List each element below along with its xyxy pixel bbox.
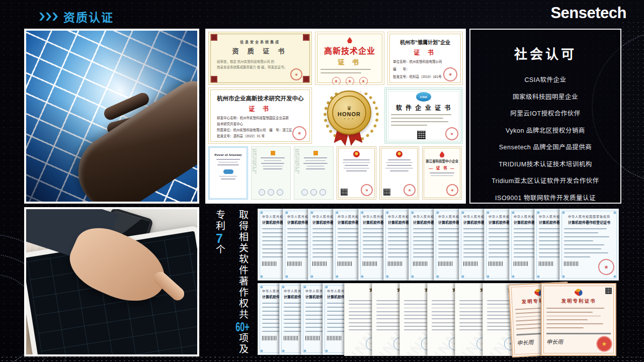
certificates-panel: 信息安全系统集成 资 质 证 书 经审查，核定 杭州实慧科技有限公司 的 信息安…: [205, 29, 466, 204]
triple-chevron-right-icon: [39, 13, 58, 21]
social-recognition-panel: 社会认可 CSIA软件企业国家级科技园明星企业阿里云IOT授权合作伙伴Vykon…: [469, 29, 621, 204]
certificate-title: 杭州市企业高新技术研究开发中心: [217, 94, 303, 102]
text-line: [388, 256, 410, 257]
social-recognition-item: CSIA软件企业: [470, 74, 620, 84]
slide-header: 资质认证: [39, 8, 114, 25]
patents-copyrights-caption: 取得相关软件著作权共60+项及 专利7个: [208, 210, 254, 357]
barcode: [327, 336, 341, 340]
qr-code: [383, 189, 390, 196]
cnipa-logo: [574, 288, 584, 298]
certificates-row-1: 信息安全系统集成 资 质 证 书 经审查，核定 杭州实慧科技有限公司 的 信息安…: [208, 32, 463, 85]
text-line: [320, 69, 371, 70]
text-line: [391, 125, 427, 126]
text-line: [546, 327, 584, 328]
registrar-mark: [313, 151, 318, 155]
software-copyright-certificate: 中华人民共和国国家版权局计算机软件著作权登记证书★: [559, 209, 619, 281]
text-line: [346, 170, 366, 171]
certificate-body-line: 信息安全系统集成服务能力 叁 级，特发此证书。: [217, 65, 303, 69]
text-line: [304, 157, 327, 158]
text-line: [430, 172, 454, 173]
certificate-subtitle: — 证 书 —: [426, 165, 458, 170]
certificates-row-3: Power of Attorney CERTIFICATE OF REGISTR…: [208, 146, 463, 200]
medal-circle: ♛ HONOR • • •: [327, 90, 371, 135]
text-line: [386, 162, 413, 163]
national-emblem-icon: ★: [353, 151, 360, 157]
barcode: [489, 261, 503, 266]
certificate-text-lines: [564, 228, 614, 257]
registration-certificate: CERTIFICATE OF REGISTRATION: [251, 146, 291, 200]
blue-seal: [223, 169, 233, 174]
patents-certificates-row: 中华人民共和国国家版权局计算机软件著作权登记证书中华人民共和国国家版权局计算机软…: [258, 283, 616, 356]
slide-background: 资质认证 Sensetech 信息安全系统集成 资 质 证 书 经审查，核定 杭…: [0, 0, 644, 362]
barcode: [262, 261, 276, 266]
text-line: [385, 168, 413, 169]
barcode: [564, 261, 578, 266]
certificate-body-line: 技术研究开发中心: [217, 121, 303, 126]
certificate-subtitle: 计算机软件著作权登记证书: [564, 220, 614, 225]
caption-segment: 专利: [214, 210, 225, 232]
text-line: [216, 159, 240, 160]
certificate-title: 浙江省科技型中小企业: [426, 158, 458, 163]
social-recognition-list: CSIA软件企业国家级科技园明星企业阿里云IOT授权合作伙伴Vykon 品牌北区…: [470, 74, 620, 219]
medal-label: HONOR: [338, 111, 361, 117]
emblem-certificate: ★ ★: [337, 146, 376, 200]
seal-row: ★ ★ ★: [320, 77, 379, 85]
certificate-title: Power of Attorney: [213, 153, 243, 157]
certificate-body-line: 单位名称：杭州实慧科技有限公司: [393, 59, 457, 64]
red-seal: ★: [446, 184, 458, 196]
text-line: [264, 160, 282, 161]
text-line: [391, 121, 448, 122]
text-line: [303, 163, 328, 164]
certificate-title: 资 质 证 书: [217, 46, 303, 55]
red-seal: ★: [346, 77, 354, 85]
barcode: [388, 261, 402, 266]
social-recognition-item: ISO9001 物联网软件开发质量认证: [470, 193, 620, 202]
social-recognition-item: 国家级科技园明星企业: [470, 92, 620, 101]
barcode: [413, 261, 427, 266]
company-logo: Sensetech: [550, 4, 626, 22]
text-line: [221, 178, 235, 179]
barcode: [539, 261, 553, 266]
page-title: 资质认证: [63, 8, 114, 25]
honor-medal: ♛ HONOR • • •: [315, 87, 381, 144]
text-line: [343, 159, 370, 160]
barcode: [284, 336, 298, 340]
certificate-title: 高新技术企业: [320, 44, 379, 56]
barcode: [262, 336, 276, 340]
text-line: [564, 232, 598, 233]
medal-dots: • • •: [344, 117, 354, 120]
text-line: [261, 163, 284, 164]
text-line: [387, 165, 412, 166]
text-line: [546, 323, 603, 324]
text-line: [516, 327, 544, 330]
qualification-certificate: 信息安全系统集成 资 质 证 书 经审查，核定 杭州实慧科技有限公司 的 信息安…: [208, 32, 312, 85]
red-seal: ★: [290, 68, 302, 80]
text-line: [388, 159, 410, 160]
copyright-count: 60+: [235, 320, 250, 333]
certificate-body-line: 研发中心名称：杭州市实慧科技智慧园区企业高新: [217, 115, 303, 120]
certificates-row-2: 杭州市企业高新技术研究开发中心 证 书 研发中心名称：杭州市实慧科技智慧园区企业…: [208, 87, 463, 144]
text-line: [514, 256, 535, 257]
certificate-body-line: 经审查，核定 杭州实慧科技有限公司 的: [217, 59, 303, 64]
text-line: [564, 240, 593, 241]
certificate-subtitle: 证 书: [217, 104, 303, 113]
social-recognition-item: 阿里云IOT授权合作伙伴: [470, 108, 620, 118]
red-seal: ★: [404, 184, 416, 196]
red-emblem-seal: ★: [596, 336, 612, 352]
digital-screens-photo: [24, 29, 199, 204]
barcode: [338, 261, 352, 266]
workspace-photo: [24, 207, 199, 356]
text-line: [320, 72, 361, 73]
text-line: [344, 168, 370, 169]
caption-segment: 取得相关软件著作权共: [237, 210, 248, 320]
text-line: [431, 175, 453, 176]
certificate-header: 信息安全系统集成: [217, 39, 303, 44]
flame-icon: [347, 37, 352, 43]
text-line: [263, 166, 283, 167]
text-line: [219, 176, 237, 177]
text-line: [546, 308, 604, 309]
text-line: [306, 168, 325, 169]
qr-code: [417, 131, 426, 139]
certificate-subtitle: 证 书: [320, 57, 379, 66]
text-line: [343, 162, 370, 163]
